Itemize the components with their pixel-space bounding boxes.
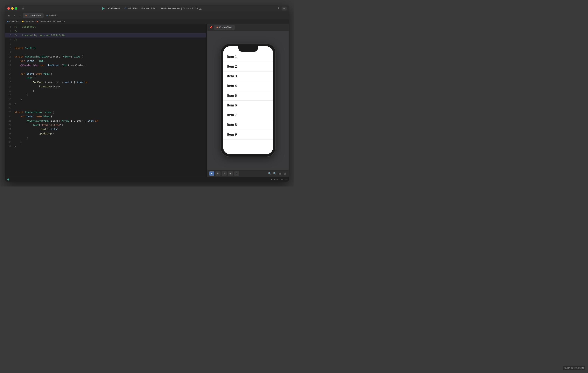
preview-tools-left: ▶ ⊡ ⊞ ◑ 📱 [209, 171, 239, 176]
zoom-fill-icon: ⊠ [284, 172, 286, 175]
bc-item-3[interactable]: ◈ ContentView [37, 20, 51, 22]
code-line-16: 16 ForEach(items, id: \.self) { item in [5, 80, 206, 84]
tab-bar: ⊞ ‹ › ◈ ContentView ◈ SwiftUI [5, 12, 289, 19]
line-num-26: 26 [5, 123, 14, 127]
zoom-fit-button[interactable]: ⊞ [278, 171, 282, 176]
tab-contentview[interactable]: ◈ ContentView [23, 13, 43, 18]
preview-tab-icon: ◈ [216, 26, 218, 29]
folder-icon: 📁 [21, 20, 24, 22]
line-num-6: 6 [5, 38, 14, 42]
code-line-28: 28 .padding() [5, 131, 206, 136]
swift-icon: ◈ [37, 20, 38, 22]
code-line-31: 31 } [5, 144, 206, 149]
code-line-9: 9 [5, 50, 206, 55]
tab-swiftui[interactable]: ◈ SwiftUI [44, 13, 59, 18]
device-button[interactable]: 📱 [234, 171, 239, 176]
line-num-20: 20 [5, 97, 14, 101]
code-line-26: 26 Text("Item \(item)") [5, 123, 206, 127]
add-button[interactable]: + [277, 6, 280, 10]
line-content-29: } [14, 136, 206, 140]
live-preview-button[interactable]: ▶ [209, 171, 214, 176]
bc-item-1[interactable]: ◈ iOS18Test [7, 20, 19, 22]
line-num-28: 28 [5, 131, 14, 136]
code-line-17: 17 itemView(item) [5, 84, 206, 89]
device-icon: 📱 [235, 172, 238, 175]
line-num-9: 9 [5, 50, 14, 55]
list-item-5: Item 5 [223, 91, 273, 101]
code-line-24: 24 var body: some View { [5, 114, 206, 119]
col-info: Col: 34 [280, 178, 287, 181]
line-num-12: 12 [5, 63, 14, 67]
zoom-out-button[interactable]: 🔍 [273, 171, 277, 176]
line-content-24: var body: some View { [14, 114, 206, 119]
build-time: | Today at 13:29 [181, 7, 198, 10]
main-content: 3 // iOS18Test 4 // 5 // Created by hopy… [5, 24, 289, 177]
code-line-23: 23 struct ContentView: View { [5, 110, 206, 114]
sidebar-toggle[interactable]: ⊞ [21, 6, 25, 11]
code-line-6: 6 // [5, 38, 206, 42]
bc-sep-2: › [35, 20, 36, 22]
code-line-19: 19 } [5, 93, 206, 97]
code-line-13: 13 [5, 67, 206, 72]
code-line-21: 21 } [5, 101, 206, 106]
code-line-12: 12 @ViewBuilder var itemView: (Int) -> C… [5, 63, 206, 67]
grid-button[interactable]: ⊞ [7, 13, 12, 18]
minimize-button[interactable] [11, 7, 14, 10]
preview-bottom-toolbar: ▶ ⊡ ⊞ ◑ 📱 � [207, 170, 289, 177]
color-scheme-icon: ◑ [230, 172, 231, 175]
code-line-15: 15 List { [5, 76, 206, 80]
preview-tools-right: 🔍 🔍 ⊞ ⊠ [268, 171, 287, 176]
zoom-in-icon: 🔍 [268, 172, 272, 175]
line-num-3: 3 [5, 25, 14, 29]
list-item-7: Item 7 [223, 110, 273, 120]
build-status: Build Succeeded | Today at 13:29 ☁ [161, 7, 202, 10]
grid-preview-button[interactable]: ⊞ [222, 171, 227, 176]
line-content-28: .padding() [14, 131, 206, 136]
back-icon: ‹ [14, 14, 15, 17]
zoom-fill-button[interactable]: ⊠ [283, 171, 287, 176]
line-num-22: 22 [5, 106, 14, 110]
code-line-3: 3 // iOS18Test [5, 25, 206, 29]
code-area[interactable]: 3 // iOS18Test 4 // 5 // Created by hopy… [5, 24, 206, 177]
code-line-7: 7 [5, 42, 206, 46]
color-scheme-button[interactable]: ◑ [228, 171, 233, 176]
back-button[interactable]: ‹ [12, 13, 17, 18]
tab-contentview-label: ContentView [28, 14, 41, 17]
static-icon: ⊡ [217, 172, 219, 175]
line-num-25: 25 [5, 119, 14, 123]
code-line-18: 18 } [5, 89, 206, 93]
static-preview-button[interactable]: ⊡ [215, 171, 220, 176]
code-line-20: 20 } [5, 97, 206, 101]
preview-tab-contentview[interactable]: ◈ ContentView [214, 25, 235, 30]
code-line-4: 4 // [5, 29, 206, 33]
forward-button[interactable]: › [18, 13, 22, 18]
iphone-list[interactable]: Item 1 Item 2 Item 3 Item 4 Item 5 Item … [223, 46, 273, 154]
line-content-20: } [14, 97, 206, 101]
pin-icon[interactable]: 📌 [209, 26, 212, 29]
line-content-10: struct MyContainerView<Content: View>: V… [14, 55, 206, 59]
live-icon: ▶ [211, 172, 212, 174]
scheme-name: iOS18Test [127, 7, 138, 10]
bc-item-2[interactable]: 📁 iOS18Test [21, 20, 34, 22]
line-num-8: 8 [5, 46, 14, 50]
sidebar-icon: ⊞ [22, 7, 24, 10]
panel-layout-button[interactable]: ⊟ [282, 7, 287, 10]
bc-sep-1: › [20, 20, 21, 22]
line-num-24: 24 [5, 114, 14, 119]
code-editor[interactable]: 3 // iOS18Test 4 // 5 // Created by hopy… [5, 24, 206, 177]
run-button[interactable] [101, 6, 105, 11]
line-content-30: } [14, 140, 206, 144]
tab-swiftui-label: SwiftUI [49, 14, 56, 17]
grid-preview-icon: ⊞ [223, 172, 225, 175]
line-content-11: var items: [Int] [14, 59, 206, 63]
list-item-2: Item 2 [223, 62, 273, 71]
maximize-button[interactable] [15, 7, 17, 10]
line-num-30: 30 [5, 140, 14, 144]
line-content-15: List { [14, 76, 206, 80]
zoom-in-button[interactable]: 🔍 [268, 171, 272, 176]
bc-item-4: No Selection [53, 20, 65, 22]
forward-icon: › [20, 14, 21, 17]
close-button[interactable] [7, 7, 10, 10]
preview-tab-label: ContentView [219, 26, 232, 29]
line-num-23: 23 [5, 110, 14, 114]
